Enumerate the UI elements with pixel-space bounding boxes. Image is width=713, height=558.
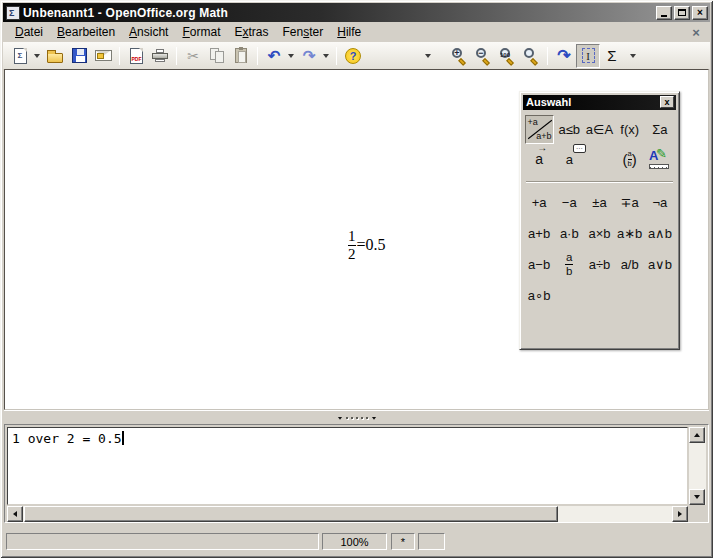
symbol-a-times-b[interactable]: a×b [585, 219, 614, 248]
formula-cursor-icon: I [582, 48, 595, 63]
undo-dropdown[interactable] [286, 45, 295, 67]
category-misc[interactable]: a⋯ [555, 145, 584, 174]
splitter-arrow-icon [337, 417, 341, 422]
menu-datei[interactable]: Datei [8, 23, 50, 41]
email-icon [95, 50, 112, 61]
zoom-page-button[interactable] [520, 45, 542, 67]
save-button[interactable] [68, 45, 90, 67]
new-document-dropdown[interactable] [32, 45, 41, 67]
category-set-operations[interactable]: a∈A [585, 115, 614, 144]
symbol-neg-a[interactable]: ¬a [645, 188, 674, 217]
copy-button[interactable] [206, 45, 228, 67]
export-pdf-button[interactable]: PDF [125, 45, 147, 67]
open-button[interactable] [44, 45, 66, 67]
formula-numerator: 1 [348, 228, 356, 245]
zoom-100-icon: 100 [498, 47, 516, 65]
minimize-button[interactable] [656, 6, 672, 20]
maximize-button[interactable] [674, 6, 690, 20]
paste-button[interactable] [230, 45, 252, 67]
category-relations[interactable]: a≤b [555, 115, 584, 144]
menu-fenster[interactable]: Fenster [276, 23, 331, 41]
category-unary-binary-operators[interactable]: +a a+b [525, 115, 554, 144]
symbol-minus-a[interactable]: −a [555, 188, 584, 217]
scroll-right-button[interactable] [672, 506, 688, 522]
chevron-down-icon [630, 54, 636, 61]
palette-close-button[interactable]: x [660, 96, 674, 108]
vector-icon: a→ [535, 151, 543, 167]
annotation-icon: a⋯ [566, 152, 573, 167]
send-email-button[interactable] [92, 45, 114, 67]
command-editor[interactable]: 1 over 2 = 0.5 [7, 427, 688, 505]
category-functions[interactable]: f(x) [615, 115, 644, 144]
symbol-a-and-b[interactable]: a∧b [645, 219, 674, 248]
scroll-up-button[interactable] [689, 427, 705, 443]
symbol-a-div-b[interactable]: a÷b [585, 250, 614, 279]
category-formats[interactable]: A ✎ [645, 145, 674, 174]
arrow-up-icon [694, 430, 700, 437]
new-document-button[interactable]: Σ [9, 45, 31, 67]
category-attributes[interactable]: a→ [525, 145, 554, 174]
symbol-plusminus-a[interactable]: ±a [585, 188, 614, 217]
zoom-out-button[interactable]: − [472, 45, 494, 67]
symbol-a-circ-b[interactable]: a∘b [525, 281, 554, 310]
symbol-a-ast-b[interactable]: a∗b [615, 219, 644, 248]
menu-extras[interactable]: Extras [228, 23, 276, 41]
help-button[interactable]: ? [342, 45, 364, 67]
symbol-a-cdot-b[interactable]: a·b [555, 219, 584, 248]
scroll-down-button[interactable] [689, 489, 705, 505]
symbol-a-minus-b[interactable]: a−b [525, 250, 554, 279]
app-icon: Σ [6, 6, 20, 20]
menu-hilfe[interactable]: Hilfe [330, 23, 368, 41]
category-empty [585, 145, 614, 174]
menu-format[interactable]: Format [175, 23, 227, 41]
print-button[interactable] [149, 45, 171, 67]
update-button[interactable]: ↷ [553, 45, 575, 67]
symbols-catalog-button[interactable]: Σ [601, 45, 623, 67]
symbol-minusplus-a[interactable]: ∓a [615, 188, 644, 217]
zoom-100-button[interactable]: 100 [496, 45, 518, 67]
status-modified-panel: * [391, 533, 415, 550]
copy-icon [210, 48, 225, 63]
status-bar: 100% * [3, 530, 710, 553]
formula-view[interactable]: 1 2 =0.5 Auswahl x +a a+b a≤b a∈A [4, 69, 709, 410]
palette-title-bar[interactable]: Auswahl x [523, 95, 676, 110]
symbol-a-plus-b[interactable]: a+b [525, 219, 554, 248]
title-bar[interactable]: Σ Unbenannt1 - OpenOffice.org Math × [3, 3, 710, 22]
category-operators[interactable]: Σa [645, 115, 674, 144]
undo-icon: ↶ [268, 48, 281, 63]
arrow-right-icon [678, 511, 685, 517]
pdf-icon: PDF [130, 48, 143, 64]
horizontal-scrollbar[interactable] [7, 506, 688, 522]
redo-icon: ↷ [303, 48, 316, 63]
tools-toolbar-options-dropdown[interactable] [628, 45, 637, 67]
view-splitter[interactable] [4, 410, 709, 424]
toolbar-options-dropdown[interactable] [423, 45, 432, 67]
menu-bearbeiten[interactable]: Bearbeiten [50, 23, 122, 41]
text-caret [122, 431, 124, 445]
vertical-scrollbar[interactable] [689, 427, 706, 505]
formula-cursor-button[interactable]: I [576, 44, 600, 68]
zoom-in-button[interactable]: + [448, 45, 470, 67]
symbol-plus-a[interactable]: +a [525, 188, 554, 217]
redo-button[interactable]: ↷ [298, 45, 320, 67]
horizontal-scroll-thumb[interactable] [24, 506, 558, 522]
cut-button[interactable]: ✂ [182, 45, 204, 67]
palette-close-icon: x [664, 98, 669, 107]
undo-button[interactable]: ↶ [263, 45, 285, 67]
close-button[interactable]: × [692, 6, 708, 20]
minimize-icon [661, 15, 667, 17]
toolbar-separator [119, 47, 120, 65]
help-icon: ? [345, 48, 361, 64]
toolbar-separator [257, 47, 258, 65]
category-brackets[interactable]: ( ab ) [615, 145, 644, 174]
symbol-a-slash-b[interactable]: a/b [615, 250, 644, 279]
scroll-left-button[interactable] [7, 506, 23, 522]
redo-dropdown[interactable] [321, 45, 330, 67]
status-zoom-panel[interactable]: 100% [322, 533, 387, 550]
close-document-icon[interactable]: × [688, 25, 704, 40]
formula-rhs: =0.5 [357, 236, 386, 254]
symbol-a-over-b[interactable]: ab [555, 250, 584, 279]
menu-ansicht[interactable]: Ansicht [122, 23, 175, 41]
symbol-a-or-b[interactable]: a∨b [645, 250, 674, 279]
splitter-handle[interactable] [337, 416, 377, 420]
